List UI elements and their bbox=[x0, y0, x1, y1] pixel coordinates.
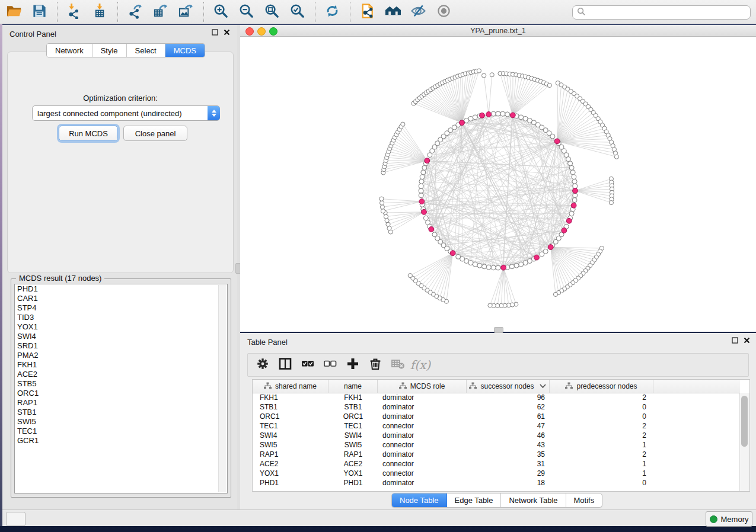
show-eye-button[interactable] bbox=[435, 3, 452, 21]
table-row[interactable]: SWI4SWI4dominator462 bbox=[253, 431, 740, 440]
cell-predecessor-nodes: 0 bbox=[550, 412, 653, 421]
tab-style[interactable]: Style bbox=[92, 44, 127, 57]
column-header-predecessor-nodes[interactable]: predecessor nodes bbox=[550, 380, 653, 393]
mcds-result-item[interactable]: PHD1 bbox=[15, 284, 227, 294]
network-window-titlebar[interactable]: YPA_prune.txt_1 bbox=[240, 25, 756, 37]
table-row[interactable]: ACE2ACE2connector311 bbox=[253, 459, 740, 469]
settings-gear-button[interactable] bbox=[254, 356, 272, 374]
zoom-selected-button[interactable] bbox=[288, 3, 306, 21]
column-header-filler bbox=[653, 380, 740, 393]
run-mcds-button[interactable]: Run MCDS bbox=[59, 126, 118, 141]
mcds-result-item[interactable]: STB1 bbox=[15, 408, 227, 417]
memory-button[interactable]: Memory bbox=[706, 511, 752, 527]
export-network-button[interactable] bbox=[126, 3, 143, 21]
cell-predecessor-nodes: 2 bbox=[550, 422, 653, 430]
import-table-button[interactable] bbox=[91, 3, 109, 21]
toolbar-separator bbox=[350, 2, 350, 22]
tab-network[interactable]: Network bbox=[47, 44, 92, 57]
close-panel-icon[interactable] bbox=[224, 29, 230, 36]
delete-row-button[interactable] bbox=[366, 356, 384, 374]
home-pair-button[interactable] bbox=[384, 3, 401, 21]
table-row[interactable]: STB1STB1dominator620 bbox=[253, 402, 740, 412]
hide-eye-button[interactable] bbox=[409, 3, 427, 21]
delete-row-icon bbox=[368, 357, 382, 373]
mcds-result-item[interactable]: CAR1 bbox=[15, 294, 227, 303]
table-row[interactable]: FKH1FKH1dominator962 bbox=[253, 393, 740, 402]
close-panel-button[interactable]: Close panel bbox=[123, 126, 187, 141]
tab-node-table[interactable]: Node Table bbox=[392, 493, 447, 507]
zoom-out-button[interactable] bbox=[237, 3, 255, 21]
mcds-result-item[interactable]: SWI5 bbox=[15, 417, 227, 427]
open-folder-button[interactable] bbox=[5, 3, 23, 21]
cell-predecessor-nodes: 1 bbox=[550, 441, 653, 449]
add-row-button[interactable] bbox=[344, 356, 362, 374]
tab-network-table[interactable]: Network Table bbox=[501, 493, 566, 507]
mcds-result-item[interactable]: STB5 bbox=[15, 379, 227, 389]
table-scrollbar-thumb[interactable] bbox=[741, 396, 748, 447]
network-canvas[interactable] bbox=[240, 37, 756, 332]
table-row[interactable]: TEC1TEC1connector472 bbox=[253, 421, 740, 431]
import-network-button[interactable] bbox=[65, 3, 83, 21]
close-table-panel-icon[interactable] bbox=[744, 337, 750, 344]
select-all-button[interactable] bbox=[299, 356, 317, 374]
mcds-result-item[interactable]: ORC1 bbox=[15, 389, 227, 398]
mcds-result-item[interactable]: PMA2 bbox=[15, 351, 227, 360]
column-header-name[interactable]: name bbox=[328, 380, 378, 393]
column-header-MCDS-role[interactable]: MCDS role bbox=[378, 380, 467, 393]
sort-chevron-icon bbox=[539, 382, 547, 391]
table-row[interactable]: YOX1YOX1connector291 bbox=[253, 469, 740, 478]
mcds-result-item[interactable]: FKH1 bbox=[15, 360, 227, 370]
deselect-all-button[interactable] bbox=[321, 356, 339, 374]
save-disk-button[interactable] bbox=[30, 3, 48, 21]
mcds-result-item[interactable]: YOX1 bbox=[15, 322, 227, 332]
columns-button[interactable] bbox=[276, 356, 294, 374]
zoom-in-button[interactable] bbox=[212, 3, 229, 21]
clear-table-icon bbox=[391, 357, 405, 373]
float-panel-icon[interactable] bbox=[212, 29, 218, 36]
tab-mcds[interactable]: MCDS bbox=[165, 44, 205, 57]
mcds-result-item[interactable]: RAP1 bbox=[15, 398, 227, 408]
table-body: FKH1FKH1dominator962STB1STB1dominator620… bbox=[253, 393, 740, 491]
cell-MCDS-role: dominator bbox=[378, 479, 467, 487]
search-icon bbox=[577, 7, 586, 18]
mcds-list-scrollbar[interactable] bbox=[218, 285, 227, 492]
cell-predecessor-nodes: 2 bbox=[550, 393, 653, 402]
mcds-result-item[interactable]: SWI4 bbox=[15, 332, 227, 341]
table-row[interactable]: ORC1ORC1dominator610 bbox=[253, 412, 740, 421]
mcds-result-item[interactable]: TEC1 bbox=[15, 427, 227, 436]
zoom-fit-button[interactable] bbox=[263, 3, 280, 21]
table-row[interactable]: PHD1PHD1dominator180 bbox=[253, 478, 740, 488]
column-header-shared-name[interactable]: shared name bbox=[253, 380, 328, 393]
table-row[interactable]: SWI5SWI5connector431 bbox=[253, 440, 740, 450]
export-table-button[interactable] bbox=[151, 3, 169, 21]
mcds-result-item[interactable]: ACE2 bbox=[15, 370, 227, 379]
cell-shared-name: YOX1 bbox=[253, 469, 328, 477]
task-history-button[interactable] bbox=[6, 512, 25, 526]
mcds-result-list[interactable]: PHD1CAR1STP4TID3YOX1SWI4SRD1PMA2FKH1ACE2… bbox=[14, 284, 228, 493]
tab-edge-table[interactable]: Edge Table bbox=[447, 493, 502, 507]
mcds-result-item[interactable]: STP4 bbox=[15, 303, 227, 313]
mcds-result-item[interactable]: TID3 bbox=[15, 313, 227, 322]
optimization-criterion-label: Optimization criterion: bbox=[8, 94, 233, 102]
float-table-panel-icon[interactable] bbox=[732, 337, 738, 344]
cell-name: SWI4 bbox=[328, 431, 378, 440]
horizontal-splitter-grip[interactable] bbox=[494, 327, 503, 333]
settings-gear-icon bbox=[256, 357, 270, 373]
column-header-successor-nodes[interactable]: successor nodes bbox=[467, 380, 550, 393]
export-image-icon bbox=[178, 3, 194, 21]
export-image-button[interactable] bbox=[177, 3, 194, 21]
tree-hierarchy-icon bbox=[469, 382, 477, 391]
tab-motifs[interactable]: Motifs bbox=[566, 493, 602, 507]
mcds-result-item[interactable]: GCR1 bbox=[15, 436, 227, 446]
tab-select[interactable]: Select bbox=[127, 44, 165, 57]
table-row[interactable]: RAP1RAP1dominator352 bbox=[253, 450, 740, 459]
search-input[interactable] bbox=[572, 5, 751, 20]
table-scrollbar[interactable] bbox=[739, 393, 749, 491]
refresh-button[interactable] bbox=[323, 3, 341, 21]
network-document-button[interactable] bbox=[358, 3, 376, 21]
export-network-icon bbox=[127, 3, 143, 21]
control-panel: Control Panel NetworkStyleSelectMCDS Opt… bbox=[2, 25, 237, 509]
cell-MCDS-role: dominator bbox=[378, 412, 467, 421]
mcds-result-item[interactable]: SRD1 bbox=[15, 341, 227, 351]
optimization-criterion-select[interactable]: largest connected component (undirected) bbox=[32, 105, 220, 121]
